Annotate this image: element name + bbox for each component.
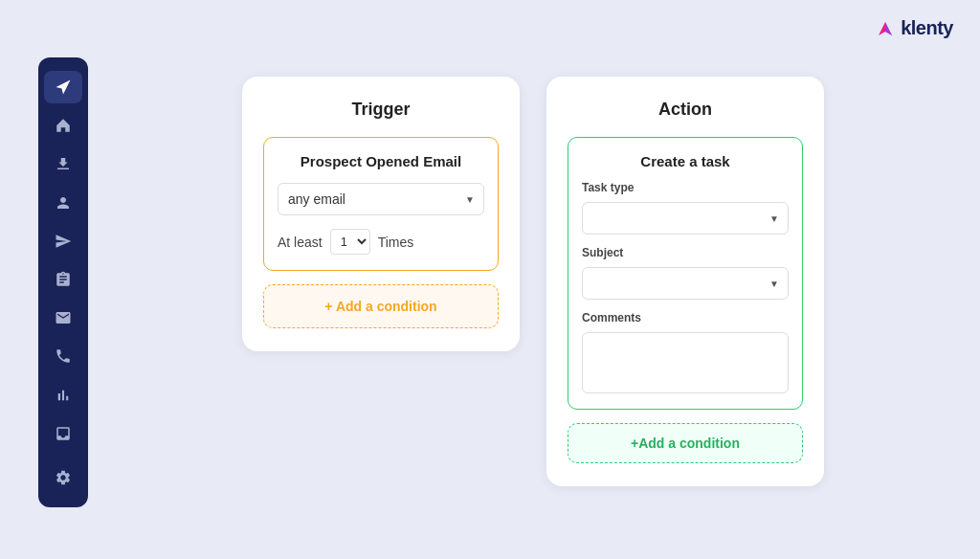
sidebar-item-chart[interactable] — [44, 379, 82, 412]
subject-label: Subject — [582, 246, 789, 259]
sidebar-item-email[interactable] — [44, 302, 82, 334]
send-icon — [55, 78, 72, 96]
action-add-condition-button[interactable]: +Add a condition — [568, 423, 803, 463]
task-type-select[interactable] — [582, 202, 789, 235]
trigger-label: Prospect Opened Email — [278, 153, 484, 169]
email-type-select-wrapper: any email specific email ▼ — [278, 183, 484, 215]
main-content: Trigger Prospect Opened Email any email … — [105, 57, 961, 521]
sidebar-item-settings[interactable] — [44, 461, 82, 494]
task-type-field: Task type ▼ — [582, 181, 789, 235]
sidebar-item-inbox[interactable] — [44, 417, 82, 450]
sidebar-item-phone[interactable] — [44, 340, 82, 372]
logo-text: klenty — [901, 17, 953, 39]
sidebar-item-home[interactable] — [44, 109, 82, 142]
trigger-box: Prospect Opened Email any email specific… — [263, 137, 499, 271]
action-box-title: Create a task — [582, 153, 789, 169]
paper-plane-icon — [55, 233, 72, 250]
times-select[interactable]: 1 2 3 — [330, 229, 370, 255]
logo: klenty — [875, 17, 953, 39]
trigger-card-title: Trigger — [263, 100, 499, 120]
sidebar-item-clipboard[interactable] — [44, 263, 82, 296]
sidebar-item-user[interactable] — [44, 187, 82, 219]
comments-field: Comments — [582, 311, 789, 393]
klenty-logo-icon — [875, 18, 896, 39]
times-prefix: At least — [278, 235, 323, 250]
email-icon — [55, 309, 72, 326]
trigger-add-condition-button[interactable]: + Add a condition — [263, 284, 499, 328]
sidebar-item-messages[interactable] — [44, 225, 82, 257]
sidebar — [38, 57, 88, 507]
task-type-select-wrapper: ▼ — [582, 202, 789, 235]
action-box: Create a task Task type ▼ Subject ▼ — [568, 137, 803, 410]
home-icon — [55, 117, 72, 134]
phone-icon — [55, 347, 72, 365]
user-icon — [55, 194, 72, 212]
svg-marker-1 — [885, 22, 892, 35]
sidebar-item-send[interactable] — [44, 71, 82, 103]
download-icon — [55, 155, 72, 172]
chart-icon — [55, 387, 72, 404]
times-suffix: Times — [378, 235, 414, 250]
task-type-label: Task type — [582, 181, 789, 194]
sidebar-item-download[interactable] — [44, 147, 82, 180]
clipboard-icon — [55, 271, 72, 288]
email-type-select[interactable]: any email specific email — [278, 183, 484, 215]
subject-select-wrapper: ▼ — [582, 267, 789, 300]
comments-textarea[interactable] — [582, 332, 789, 393]
inbox-icon — [55, 425, 72, 442]
settings-icon — [55, 469, 72, 486]
action-card: Action Create a task Task type ▼ Subject — [546, 77, 824, 486]
comments-label: Comments — [582, 311, 789, 324]
trigger-card: Trigger Prospect Opened Email any email … — [242, 77, 520, 351]
subject-field: Subject ▼ — [582, 246, 789, 300]
times-row: At least 1 2 3 Times — [278, 229, 484, 255]
subject-select[interactable] — [582, 267, 789, 300]
action-card-title: Action — [568, 100, 803, 120]
